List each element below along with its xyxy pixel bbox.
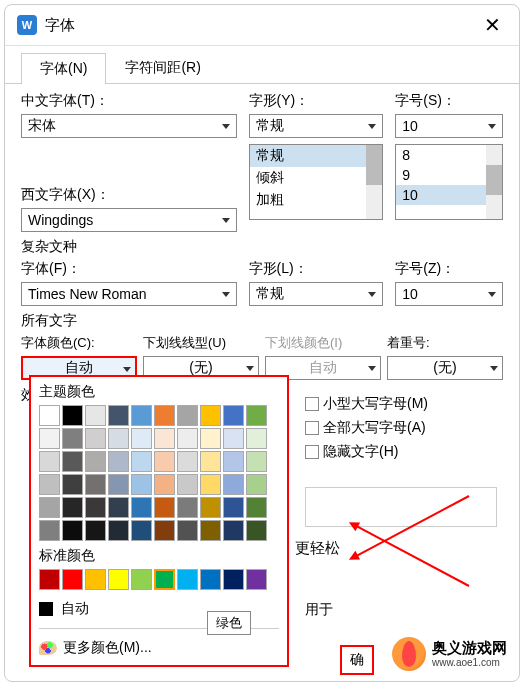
color-swatch[interactable] [154, 451, 175, 472]
list-item[interactable]: 倾斜 [250, 167, 383, 189]
color-swatch[interactable] [200, 497, 221, 518]
color-swatch[interactable] [62, 497, 83, 518]
tab-font[interactable]: 字体(N) [21, 53, 106, 84]
color-swatch[interactable] [62, 569, 83, 590]
color-swatch[interactable] [131, 428, 152, 449]
color-swatch[interactable] [223, 520, 244, 541]
complex-size-select[interactable]: 10 [395, 282, 503, 306]
color-swatch[interactable] [108, 428, 129, 449]
color-swatch[interactable] [131, 497, 152, 518]
color-swatch[interactable] [39, 451, 60, 472]
color-swatch[interactable] [154, 428, 175, 449]
alltext-section-label: 所有文字 [21, 312, 503, 330]
color-swatch[interactable] [223, 474, 244, 495]
color-swatch[interactable] [108, 569, 129, 590]
color-swatch[interactable] [85, 428, 106, 449]
color-swatch[interactable] [200, 569, 221, 590]
color-swatch[interactable] [177, 569, 198, 590]
color-swatch[interactable] [39, 474, 60, 495]
emphasis-select[interactable]: (无) [387, 356, 503, 380]
color-swatch[interactable] [154, 569, 175, 590]
color-swatch[interactable] [177, 520, 198, 541]
standard-colors-title: 标准颜色 [39, 547, 279, 565]
color-swatch[interactable] [177, 428, 198, 449]
color-swatch[interactable] [154, 497, 175, 518]
color-swatch[interactable] [85, 474, 106, 495]
checkbox-smallcaps[interactable] [305, 397, 319, 411]
color-swatch[interactable] [62, 451, 83, 472]
color-swatch[interactable] [200, 428, 221, 449]
size-select[interactable]: 10 [395, 114, 503, 138]
color-swatch[interactable] [154, 520, 175, 541]
tabs: 字体(N) 字符间距(R) [5, 52, 519, 84]
color-swatch[interactable] [223, 451, 244, 472]
color-swatch[interactable] [246, 569, 267, 590]
color-swatch[interactable] [177, 474, 198, 495]
app-icon: W [17, 15, 37, 35]
color-swatch[interactable] [154, 405, 175, 426]
color-swatch[interactable] [246, 405, 267, 426]
allcaps-label: 全部大写字母(A) [323, 419, 426, 437]
color-swatch[interactable] [223, 497, 244, 518]
color-swatch[interactable] [62, 405, 83, 426]
cjk-font-select[interactable]: 宋体 [21, 114, 237, 138]
color-swatch[interactable] [246, 451, 267, 472]
tab-spacing[interactable]: 字符间距(R) [106, 52, 219, 83]
color-swatch[interactable] [108, 451, 129, 472]
close-icon[interactable]: ✕ [478, 13, 507, 37]
underline-color-label: 下划线颜色(I) [265, 334, 381, 352]
color-swatch[interactable] [246, 497, 267, 518]
color-swatch[interactable] [246, 520, 267, 541]
color-swatch[interactable] [39, 428, 60, 449]
western-font-select[interactable]: Wingdings [21, 208, 237, 232]
color-swatch[interactable] [246, 428, 267, 449]
color-swatch[interactable] [246, 474, 267, 495]
color-swatch[interactable] [62, 428, 83, 449]
color-swatch[interactable] [108, 405, 129, 426]
color-swatch[interactable] [131, 569, 152, 590]
style-listbox[interactable]: 常规 倾斜 加粗 [249, 144, 384, 220]
color-swatch[interactable] [223, 428, 244, 449]
color-swatch[interactable] [108, 520, 129, 541]
color-swatch[interactable] [177, 497, 198, 518]
complex-font-select[interactable]: Times New Roman [21, 282, 237, 306]
color-swatch[interactable] [131, 474, 152, 495]
color-swatch[interactable] [131, 405, 152, 426]
checkbox-allcaps[interactable] [305, 421, 319, 435]
color-swatch[interactable] [62, 520, 83, 541]
watermark-main: 奥义游戏网 [432, 640, 507, 657]
color-swatch[interactable] [85, 520, 106, 541]
ok-button[interactable]: 确 [340, 645, 374, 675]
color-swatch[interactable] [200, 474, 221, 495]
style-select[interactable]: 常规 [249, 114, 384, 138]
color-swatch[interactable] [85, 569, 106, 590]
color-swatch[interactable] [39, 569, 60, 590]
color-swatch[interactable] [223, 405, 244, 426]
color-swatch[interactable] [177, 451, 198, 472]
color-swatch[interactable] [154, 474, 175, 495]
color-swatch[interactable] [200, 520, 221, 541]
list-item[interactable]: 常规 [250, 145, 383, 167]
color-swatch[interactable] [200, 451, 221, 472]
checkbox-hidden[interactable] [305, 445, 319, 459]
color-swatch[interactable] [85, 405, 106, 426]
western-font-label: 西文字体(X)： [21, 186, 237, 204]
complex-style-select[interactable]: 常规 [249, 282, 384, 306]
color-swatch[interactable] [223, 569, 244, 590]
color-swatch[interactable] [39, 405, 60, 426]
size-label: 字号(S)： [395, 92, 503, 110]
more-colors-row[interactable]: 更多颜色(M)... [39, 635, 279, 661]
color-swatch[interactable] [39, 497, 60, 518]
color-swatch[interactable] [39, 520, 60, 541]
color-swatch[interactable] [200, 405, 221, 426]
color-swatch[interactable] [108, 497, 129, 518]
color-swatch[interactable] [85, 497, 106, 518]
color-swatch[interactable] [85, 451, 106, 472]
color-swatch[interactable] [177, 405, 198, 426]
color-swatch[interactable] [62, 474, 83, 495]
color-swatch[interactable] [131, 451, 152, 472]
size-listbox[interactable]: 8 9 10 [395, 144, 503, 220]
list-item[interactable]: 加粗 [250, 189, 383, 211]
color-swatch[interactable] [108, 474, 129, 495]
color-swatch[interactable] [131, 520, 152, 541]
